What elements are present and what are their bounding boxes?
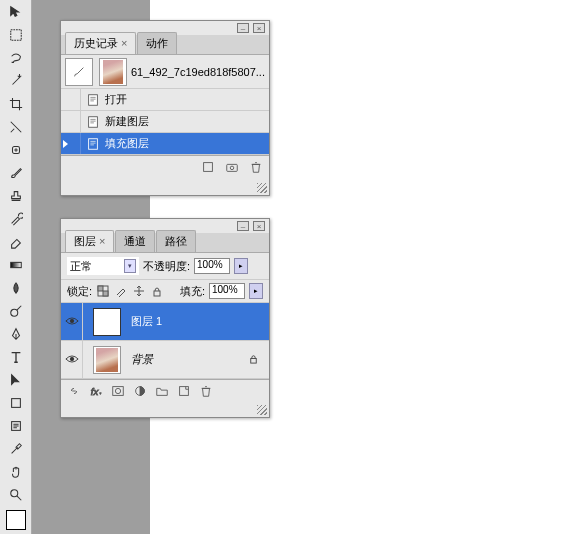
blend-mode-select[interactable]: 正常 ▾ bbox=[67, 257, 139, 275]
snapshot-thumb bbox=[99, 58, 127, 86]
link-layers-button[interactable] bbox=[67, 384, 81, 400]
panel-minimize-button[interactable]: – bbox=[237, 221, 249, 231]
svg-rect-24 bbox=[180, 386, 189, 395]
resize-grip[interactable] bbox=[257, 183, 267, 193]
marquee-tool[interactable] bbox=[5, 24, 27, 46]
lock-pixels-button[interactable] bbox=[114, 284, 128, 298]
brush-icon bbox=[65, 58, 93, 86]
tab-actions[interactable]: 动作 bbox=[137, 32, 177, 54]
layer-name: 背景 bbox=[131, 352, 153, 367]
svg-point-12 bbox=[230, 166, 234, 170]
fill-flyout-button[interactable]: ▸ bbox=[249, 283, 263, 299]
svg-rect-2 bbox=[10, 262, 21, 267]
lock-transparency-button[interactable] bbox=[96, 284, 110, 298]
svg-point-3 bbox=[10, 309, 17, 316]
delete-state-button[interactable] bbox=[249, 160, 263, 176]
layer-row-layer1[interactable]: 图层 1 bbox=[61, 303, 269, 341]
svg-point-18 bbox=[70, 357, 74, 361]
gradient-tool[interactable] bbox=[5, 254, 27, 276]
color-swatch[interactable] bbox=[6, 510, 26, 530]
opacity-input[interactable]: 100% bbox=[194, 258, 230, 274]
panel-close-button[interactable]: × bbox=[253, 23, 265, 33]
history-panel: – × 历史记录× 动作 61_492_7c19ed818f5807... 打开… bbox=[60, 20, 270, 196]
svg-rect-15 bbox=[103, 291, 108, 296]
fill-input[interactable]: 100% bbox=[209, 283, 245, 299]
crop-tool[interactable] bbox=[5, 93, 27, 115]
history-item-open[interactable]: 打开 bbox=[61, 89, 269, 111]
type-tool[interactable] bbox=[5, 346, 27, 368]
svg-rect-16 bbox=[154, 291, 160, 296]
eyedropper-tool[interactable] bbox=[5, 438, 27, 460]
layer-row-background[interactable]: 背景 bbox=[61, 341, 269, 379]
tab-history[interactable]: 历史记录× bbox=[65, 32, 136, 54]
path-select-tool[interactable] bbox=[5, 369, 27, 391]
svg-point-17 bbox=[70, 319, 74, 323]
svg-rect-19 bbox=[251, 359, 257, 364]
history-brush-tool[interactable] bbox=[5, 208, 27, 230]
panel-close-button[interactable]: × bbox=[253, 221, 265, 231]
svg-rect-0 bbox=[10, 30, 21, 41]
brush-tool[interactable] bbox=[5, 162, 27, 184]
notes-tool[interactable] bbox=[5, 415, 27, 437]
close-icon[interactable]: × bbox=[99, 235, 105, 247]
stamp-tool[interactable] bbox=[5, 185, 27, 207]
eraser-tool[interactable] bbox=[5, 231, 27, 253]
layer-visibility-toggle[interactable] bbox=[61, 341, 83, 378]
dodge-tool[interactable] bbox=[5, 300, 27, 322]
new-snapshot-button[interactable] bbox=[225, 160, 239, 176]
tab-layers[interactable]: 图层× bbox=[65, 230, 114, 252]
svg-rect-14 bbox=[98, 286, 103, 291]
new-doc-from-state-button[interactable] bbox=[201, 160, 215, 176]
svg-rect-11 bbox=[227, 164, 238, 171]
wand-tool[interactable] bbox=[5, 70, 27, 92]
chevron-down-icon: ▾ bbox=[124, 259, 136, 273]
opacity-label: 不透明度: bbox=[143, 259, 190, 274]
opacity-flyout-button[interactable]: ▸ bbox=[234, 258, 248, 274]
lock-position-button[interactable] bbox=[132, 284, 146, 298]
tab-paths[interactable]: 路径 bbox=[156, 230, 196, 252]
lasso-tool[interactable] bbox=[5, 47, 27, 69]
layer-thumb bbox=[93, 346, 121, 374]
eye-icon bbox=[65, 354, 79, 366]
svg-point-6 bbox=[10, 490, 17, 497]
snapshot-name: 61_492_7c19ed818f5807... bbox=[131, 66, 265, 78]
layers-panel: – × 图层× 通道 路径 正常 ▾ 不透明度: 100% ▸ 锁定: 填充: … bbox=[60, 218, 270, 418]
new-group-button[interactable] bbox=[155, 384, 169, 400]
resize-grip[interactable] bbox=[257, 405, 267, 415]
adjustment-layer-button[interactable] bbox=[133, 384, 147, 400]
svg-rect-7 bbox=[89, 94, 98, 105]
slice-tool[interactable] bbox=[5, 116, 27, 138]
layer-mask-button[interactable] bbox=[111, 384, 125, 400]
close-icon[interactable]: × bbox=[121, 37, 127, 49]
layer-name: 图层 1 bbox=[131, 314, 162, 329]
lock-icon bbox=[248, 353, 259, 366]
delete-layer-button[interactable] bbox=[199, 384, 213, 400]
lock-all-button[interactable] bbox=[150, 284, 164, 298]
history-snapshot-row[interactable]: 61_492_7c19ed818f5807... bbox=[61, 55, 269, 89]
blur-tool[interactable] bbox=[5, 277, 27, 299]
move-tool[interactable] bbox=[5, 1, 27, 23]
layer-thumb bbox=[93, 308, 121, 336]
tools-toolbar bbox=[0, 0, 32, 534]
new-layer-button[interactable] bbox=[177, 384, 191, 400]
hand-tool[interactable] bbox=[5, 461, 27, 483]
zoom-tool[interactable] bbox=[5, 484, 27, 506]
svg-point-22 bbox=[115, 388, 120, 393]
svg-rect-9 bbox=[89, 138, 98, 149]
pen-tool[interactable] bbox=[5, 323, 27, 345]
svg-text:fx: fx bbox=[91, 385, 100, 396]
svg-rect-8 bbox=[89, 116, 98, 127]
lock-label: 锁定: bbox=[67, 284, 92, 299]
svg-rect-10 bbox=[204, 162, 213, 171]
layer-style-button[interactable]: fx bbox=[89, 384, 103, 400]
history-item-fill-layer[interactable]: 填充图层 bbox=[61, 133, 269, 155]
panel-minimize-button[interactable]: – bbox=[237, 23, 249, 33]
shape-tool[interactable] bbox=[5, 392, 27, 414]
history-item-new-layer[interactable]: 新建图层 bbox=[61, 111, 269, 133]
fill-label: 填充: bbox=[180, 284, 205, 299]
tab-channels[interactable]: 通道 bbox=[115, 230, 155, 252]
layer-visibility-toggle[interactable] bbox=[61, 303, 83, 340]
svg-rect-4 bbox=[11, 399, 20, 408]
eye-icon bbox=[65, 316, 79, 328]
healing-tool[interactable] bbox=[5, 139, 27, 161]
